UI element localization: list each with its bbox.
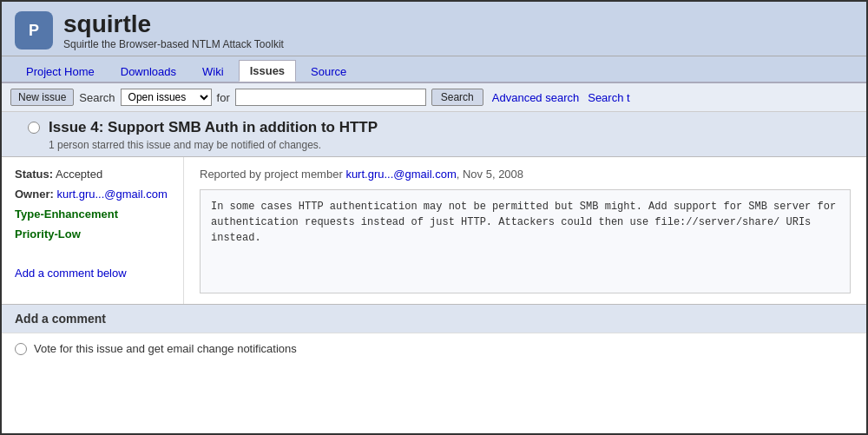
search-toolbar: New issue Search Open issues Closed issu…	[2, 83, 866, 112]
issue-number: 4	[90, 119, 98, 135]
search-button[interactable]: Search	[431, 89, 483, 106]
advanced-search-link[interactable]: Advanced search	[492, 91, 579, 104]
type-link[interactable]: Type-Enhancement	[15, 208, 118, 221]
issue-label: Issue 4: Support SMB Auth in addition to…	[49, 119, 378, 136]
search-label: Search	[79, 91, 115, 104]
issue-description: In some cases HTTP authentication may no…	[200, 189, 851, 293]
vote-label: Vote for this issue and get email change…	[34, 342, 297, 355]
status-label: Status:	[15, 168, 53, 181]
add-comment-link[interactable]: Add a comment below	[15, 267, 127, 280]
issue-title-text: Support SMB Auth in addition to HTTP	[108, 119, 378, 135]
priority-field: Priority-Low	[15, 227, 170, 241]
owner-field: Owner: kurt.gru...@gmail.com	[15, 188, 170, 201]
nav-wiki[interactable]: Wiki	[191, 61, 235, 82]
reported-by-text: Reported by project member	[200, 168, 343, 181]
vote-radio[interactable]	[15, 343, 27, 355]
nav-bar: Project Home Downloads Wiki Issues Sourc…	[2, 56, 866, 83]
for-label: for	[217, 91, 230, 104]
nav-downloads[interactable]: Downloads	[109, 61, 187, 82]
add-comment-sidebar: Add a comment below	[15, 267, 170, 280]
vote-section: Vote for this issue and get email change…	[2, 333, 866, 364]
issue-body: Status: Accepted Owner: kurt.gru...@gmai…	[2, 157, 866, 304]
type-value: Enhancement	[44, 208, 118, 221]
status-field: Status: Accepted	[15, 168, 170, 181]
issue-sidebar: Status: Accepted Owner: kurt.gru...@gmai…	[2, 157, 184, 304]
nav-issues[interactable]: Issues	[239, 60, 296, 82]
app-title-group: squirtle Squirtle the Browser-based NTLM…	[63, 10, 284, 50]
issues-filter-select[interactable]: Open issues Closed issues All issues	[121, 89, 212, 106]
reported-by: Reported by project member kurt.gru...@g…	[200, 168, 851, 181]
app-title: squirtle	[63, 10, 284, 38]
status-value: Accepted	[56, 168, 102, 181]
new-issue-button[interactable]: New issue	[10, 89, 74, 106]
search-input[interactable]	[235, 89, 426, 106]
owner-link[interactable]: kurt.gru...@gmail.com	[56, 188, 167, 201]
nav-project-home[interactable]: Project Home	[15, 61, 106, 82]
priority-value: Low	[58, 227, 81, 241]
issue-main-content: Reported by project member kurt.gru...@g…	[184, 157, 866, 304]
reporter-link[interactable]: kurt.gru...@gmail.com	[345, 168, 456, 181]
app-logo: P	[15, 11, 53, 49]
add-comment-label: Add a comment	[15, 312, 106, 326]
type-field: Type-Enhancement	[15, 208, 170, 221]
issue-title-row: Issue 4: Support SMB Auth in addition to…	[28, 119, 853, 136]
search-tips-link[interactable]: Search t	[588, 91, 629, 104]
issue-header: Issue 4: Support SMB Auth in addition to…	[2, 112, 866, 157]
issue-starred-text: 1 person starred this issue and may be n…	[49, 139, 853, 151]
app-header: P squirtle Squirtle the Browser-based NT…	[2, 2, 866, 56]
report-date: Nov 5, 2008	[463, 168, 523, 181]
priority-link[interactable]: Priority-Low	[15, 227, 81, 241]
owner-label: Owner:	[15, 188, 54, 201]
add-comment-section: Add a comment	[2, 304, 866, 333]
issue-radio[interactable]	[28, 122, 40, 134]
nav-source[interactable]: Source	[299, 61, 358, 82]
app-subtitle: Squirtle the Browser-based NTLM Attack T…	[63, 38, 284, 50]
